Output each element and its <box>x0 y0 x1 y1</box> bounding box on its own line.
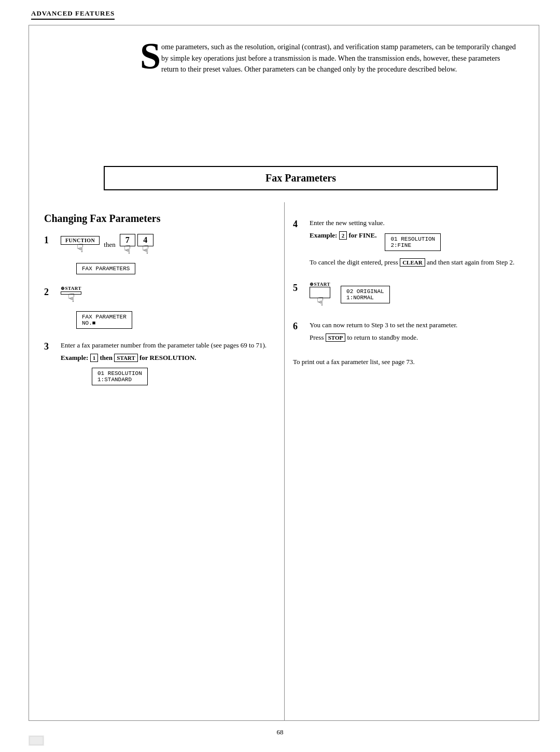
step-5-content: ⊕START ☟ 02 ORIGINAL 1:NORMAL <box>310 282 529 308</box>
step-1-keys: FUNCTION ☟ then 7 ☟ 4 ☟ <box>61 234 272 256</box>
step-3-content: Enter a fax parameter number from the pa… <box>61 340 272 385</box>
step-4-cancel-text: To cancel the digit entered, press CLEAR… <box>310 257 529 268</box>
step-2-num: 2 <box>44 287 57 298</box>
step-1-content: FUNCTION ☟ then 7 ☟ 4 ☟ <box>61 234 272 274</box>
step-6: 6 You can now return to Step 3 to set th… <box>293 320 529 344</box>
step-2-lcd: FAX PARAMETER NO.■ <box>76 311 132 329</box>
step-3-text: Enter a fax parameter number from the pa… <box>61 340 272 351</box>
section-title: Changing Fax Parameters <box>44 213 272 225</box>
step-2-keys: ⊕START ☟ <box>61 286 272 304</box>
intro-section: Some parameters, such as the resolution,… <box>140 41 519 75</box>
step-4-lcd: 01 RESOLUTION 2:FINE <box>385 233 441 251</box>
key-4-group: 4 ☟ <box>137 234 153 256</box>
page-number: 68 <box>277 728 284 736</box>
step-1-lcd: FAX PARAMETERS <box>76 263 135 274</box>
step-6-content: You can now return to Step 3 to set the … <box>310 320 529 344</box>
function-key-group: FUNCTION ☟ <box>61 236 100 254</box>
svg-rect-0 <box>29 735 44 746</box>
step-4-num: 4 <box>293 219 305 230</box>
step-6-num: 6 <box>293 321 305 332</box>
key-4-finger: ☟ <box>142 244 149 256</box>
start-key-5-finger: ☟ <box>317 296 324 308</box>
key-7-finger: ☟ <box>124 244 131 256</box>
step-5: 5 ⊕START ☟ 02 ORIGINAL 1:NORMAL <box>293 282 529 308</box>
fax-params-title: Fax Parameters <box>265 172 336 184</box>
step-3: 3 Enter a fax parameter number from the … <box>44 340 272 385</box>
step-5-num: 5 <box>293 283 305 294</box>
step-5-lcd: 02 ORIGINAL 1:NORMAL <box>341 286 390 303</box>
start-key-2-finger: ☟ <box>68 293 75 304</box>
step-3-num: 3 <box>44 341 57 352</box>
footer-note: To print out a fax parameter list, see p… <box>293 357 529 367</box>
header-title: ADVANCED FEATURES <box>31 9 115 17</box>
step-3-example: Example: 1 then START for RESOLUTION. <box>61 353 272 363</box>
key-7-group: 7 ☟ <box>120 234 136 256</box>
step-4: 4 Enter the new setting value. Example: … <box>293 218 529 269</box>
start-key-5-label: START <box>314 282 331 287</box>
left-column: Changing Fax Parameters 1 FUNCTION ☟ the… <box>34 202 283 407</box>
right-column: 4 Enter the new setting value. Example: … <box>283 202 534 380</box>
step-2: 2 ⊕START ☟ FAX PARAMETER NO.■ <box>44 286 272 329</box>
stop-key: STOP <box>326 333 346 342</box>
step-3-lcd: 01 RESOLUTION 1:STANDARD <box>92 368 148 385</box>
step-1-num: 1 <box>44 235 57 246</box>
example-1-key: 1 <box>90 354 99 362</box>
start-key-2-label: START <box>65 286 82 291</box>
step-4-lcd-row: Example: 2 for FINE. 01 RESOLUTION 2:FIN… <box>310 230 529 251</box>
fax-params-box: Fax Parameters <box>104 166 498 190</box>
then-text: then <box>104 241 115 249</box>
page-header: ADVANCED FEATURES <box>31 9 115 20</box>
step-4-content: Enter the new setting value. Example: 2 … <box>310 218 529 269</box>
function-key-finger: ☟ <box>77 243 83 254</box>
step-4-text: Enter the new setting value. <box>310 218 529 228</box>
example-2-key: 2 <box>339 231 347 240</box>
step-1: 1 FUNCTION ☟ then 7 ☟ <box>44 234 272 274</box>
step-2-content: ⊕START ☟ FAX PARAMETER NO.■ <box>61 286 272 329</box>
step-5-keys: ⊕START ☟ 02 ORIGINAL 1:NORMAL <box>310 282 529 308</box>
step-6-text1: You can now return to Step 3 to set the … <box>310 320 529 330</box>
step-4-example: Example: 2 for FINE. <box>310 230 376 241</box>
clear-key: CLEAR <box>400 258 425 267</box>
intro-text: Some parameters, such as the resolution,… <box>140 41 519 75</box>
example-start-key: START <box>114 354 137 362</box>
bottom-watermark <box>29 735 44 747</box>
dropcap-s: S <box>140 41 161 72</box>
step-6-text2: Press STOP to return to standby mode. <box>310 332 529 343</box>
start-key-5-group: ⊕START ☟ <box>310 282 330 308</box>
start-key-2-group: ⊕START ☟ <box>61 286 81 304</box>
